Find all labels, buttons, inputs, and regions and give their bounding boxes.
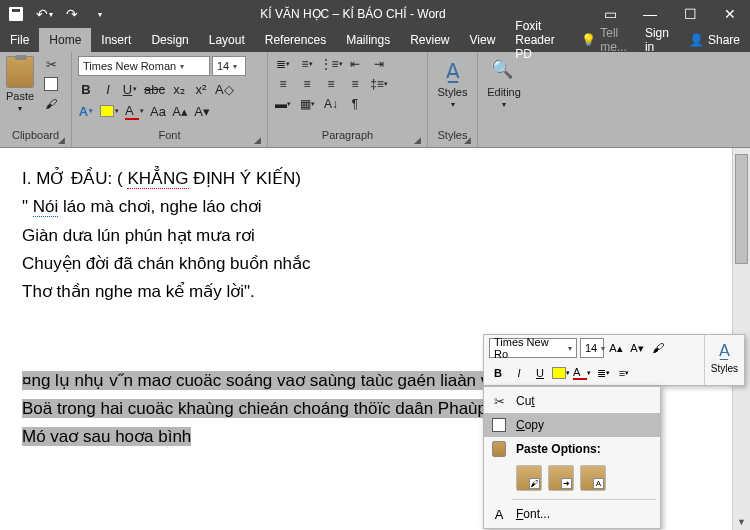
mini-shrink-font-button[interactable]: A▾ — [628, 339, 646, 357]
tab-references[interactable]: References — [255, 28, 336, 52]
share-icon: 👤 — [689, 33, 704, 47]
font-launcher-icon[interactable]: ◢ — [254, 135, 261, 145]
superscript-button[interactable]: x² — [193, 80, 209, 98]
tab-view[interactable]: View — [460, 28, 506, 52]
font-size-select[interactable]: 14▾ — [212, 56, 246, 76]
doc-line[interactable]: Thơ thần nghe ma kể mấy lời". — [22, 279, 728, 305]
line-spacing-button[interactable]: ‡≡▾ — [370, 76, 388, 92]
change-case-button[interactable]: Aa — [150, 102, 166, 120]
doc-line[interactable]: Giàn dưa lún phún hạt mưa rơi — [22, 223, 728, 249]
tab-insert[interactable]: Insert — [91, 28, 141, 52]
tab-home[interactable]: Home — [39, 28, 91, 52]
mini-toolbar: Times New Ro▾ 14▾ A▴ A▾ B I U ▾ A▾ ≣▾ ≡▾… — [483, 334, 745, 386]
text-effects-button[interactable]: A▾ — [78, 102, 94, 120]
tab-foxit[interactable]: Foxit Reader PD — [505, 28, 573, 52]
context-menu: Cut Copy Paste Options: 🖌 ➜ A A Font... — [483, 386, 661, 529]
ctx-cut[interactable]: Cut — [484, 389, 660, 413]
copy-button[interactable] — [42, 76, 60, 92]
show-marks-button[interactable]: ¶ — [346, 96, 364, 112]
tab-mailings[interactable]: Mailings — [336, 28, 400, 52]
tab-review[interactable]: Review — [400, 28, 459, 52]
mini-bold-button[interactable]: B — [489, 364, 507, 382]
cut-icon — [490, 394, 508, 409]
tab-file[interactable]: File — [0, 28, 39, 52]
minimize-button[interactable]: — — [630, 0, 670, 28]
font-color-button[interactable]: A▾ — [125, 102, 144, 120]
tab-design[interactable]: Design — [141, 28, 198, 52]
tab-layout[interactable]: Layout — [199, 28, 255, 52]
justify-button[interactable]: ≡ — [346, 76, 364, 92]
italic-button[interactable]: I — [100, 80, 116, 98]
sort-button[interactable]: A↓ — [322, 96, 340, 112]
mini-underline-button[interactable]: U — [531, 364, 549, 382]
mini-styles-button[interactable]: A̲ Styles — [704, 335, 744, 385]
borders-button[interactable]: ▦▾ — [298, 96, 316, 112]
cut-button[interactable] — [42, 56, 60, 72]
editing-button[interactable]: 🔍 Editing ▾ — [483, 56, 525, 111]
font-dialog-icon: A — [490, 507, 508, 522]
doc-line[interactable]: I. MỞ ĐẦU: ( KHẲNG ĐỊNH Ý KIẾN) — [22, 166, 728, 192]
bold-button[interactable]: B — [78, 80, 94, 98]
shading-button[interactable]: ▬▾ — [274, 96, 292, 112]
subscript-button[interactable]: x₂ — [171, 80, 187, 98]
align-right-button[interactable]: ≡ — [322, 76, 340, 92]
mini-highlight-button[interactable]: ▾ — [552, 364, 570, 382]
save-icon[interactable] — [8, 6, 24, 22]
qat-customize-icon[interactable]: ▾ — [92, 6, 108, 22]
mini-bullets-button[interactable]: ≣▾ — [594, 364, 612, 382]
doc-line[interactable]: " Nói láo mà chơi, nghe láo chơi — [22, 194, 728, 220]
group-font: Times New Roman▾ 14▾ B I U▾ abc x₂ x² A◇… — [72, 52, 268, 147]
redo-icon[interactable]: ↷ — [64, 6, 80, 22]
mini-font-color-button[interactable]: A▾ — [573, 364, 591, 382]
format-painter-button[interactable] — [42, 96, 60, 112]
strikethrough-button[interactable]: abc — [144, 80, 165, 98]
menu-separator — [512, 499, 656, 500]
increase-indent-button[interactable]: ⇥ — [370, 56, 388, 72]
undo-icon[interactable]: ↶▾ — [36, 6, 52, 22]
styles-launcher-icon[interactable]: ◢ — [464, 135, 471, 145]
ribbon-display-icon[interactable]: ▭ — [590, 0, 630, 28]
mini-grow-font-button[interactable]: A▴ — [607, 339, 625, 357]
paragraph-launcher-icon[interactable]: ◢ — [414, 135, 421, 145]
mini-format-painter-button[interactable] — [649, 339, 667, 357]
underline-button[interactable]: U▾ — [122, 80, 138, 98]
scrollbar-thumb[interactable] — [735, 154, 748, 264]
group-clipboard: Paste ▾ Clipboard◢ — [0, 52, 72, 147]
scroll-down-icon[interactable]: ▼ — [733, 514, 750, 530]
multilevel-button[interactable]: ⋮≡▾ — [322, 56, 340, 72]
clipboard-launcher-icon[interactable]: ◢ — [58, 135, 65, 145]
ctx-copy[interactable]: Copy — [484, 413, 660, 437]
highlight-button[interactable]: ▾ — [100, 102, 119, 120]
sign-in-link[interactable]: Sign in — [635, 28, 679, 52]
share-button[interactable]: 👤Share — [679, 28, 750, 52]
window-controls: ▭ — ☐ ✕ — [590, 0, 750, 28]
ctx-paste-options-row: 🖌 ➜ A — [484, 461, 660, 497]
numbering-button[interactable]: ≡▾ — [298, 56, 316, 72]
align-left-button[interactable]: ≡ — [274, 76, 292, 92]
grow-font-button[interactable]: A▴ — [172, 102, 188, 120]
paste-text-only-button[interactable]: A — [580, 465, 606, 491]
mini-numbering-button[interactable]: ≡▾ — [615, 364, 633, 382]
mini-font-size-select[interactable]: 14▾ — [580, 338, 604, 358]
paste-button[interactable]: Paste ▾ — [6, 56, 34, 113]
font-name-select[interactable]: Times New Roman▾ — [78, 56, 210, 76]
doc-line[interactable]: Chuyện đời đã chán không buồn nhắc — [22, 251, 728, 277]
styles-button[interactable]: A̲ Styles ▾ — [434, 56, 472, 111]
align-center-button[interactable]: ≡ — [298, 76, 316, 92]
mini-styles-icon: A̲ — [711, 337, 737, 363]
find-icon: 🔍 — [491, 58, 517, 84]
bullets-button[interactable]: ≣▾ — [274, 56, 292, 72]
maximize-button[interactable]: ☐ — [670, 0, 710, 28]
decrease-indent-button[interactable]: ⇤ — [346, 56, 364, 72]
clear-formatting-button[interactable]: A◇ — [215, 80, 234, 98]
bulb-icon: 💡 — [581, 33, 596, 47]
paste-merge-button[interactable]: ➜ — [548, 465, 574, 491]
tell-me-search[interactable]: 💡Tell me... — [573, 28, 635, 52]
shrink-font-button[interactable]: A▾ — [194, 102, 210, 120]
mini-font-name-select[interactable]: Times New Ro▾ — [489, 338, 577, 358]
paste-keep-source-button[interactable]: 🖌 — [516, 465, 542, 491]
quick-access-toolbar: ↶▾ ↷ ▾ — [0, 6, 116, 22]
ctx-font[interactable]: A Font... — [484, 502, 660, 526]
close-button[interactable]: ✕ — [710, 0, 750, 28]
mini-italic-button[interactable]: I — [510, 364, 528, 382]
